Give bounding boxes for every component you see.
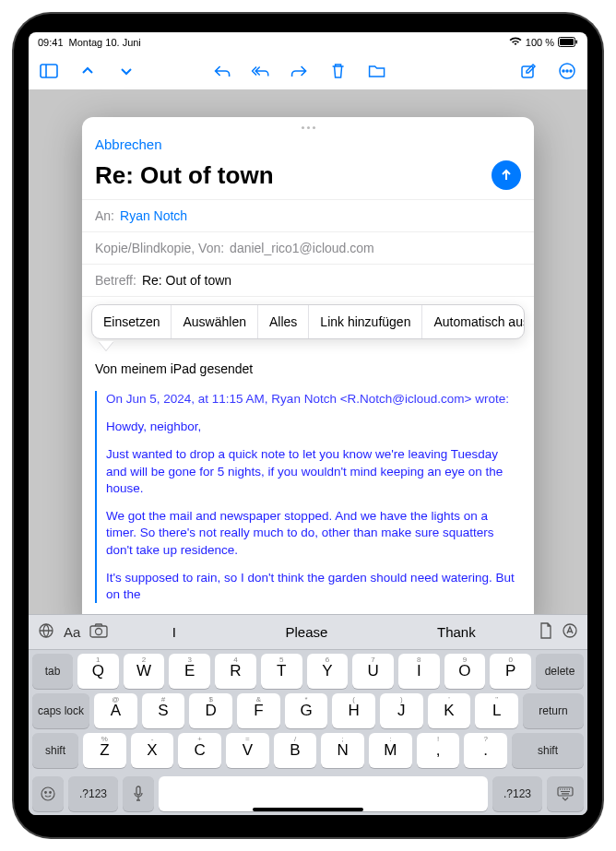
svg-rect-2 [576, 40, 578, 43]
send-button[interactable] [492, 160, 521, 190]
svg-point-12 [96, 629, 102, 635]
delete-key[interactable]: delete [536, 654, 584, 689]
key-i[interactable]: 8I [398, 654, 440, 689]
key-punct-7[interactable]: !, [417, 733, 460, 768]
folder-icon[interactable] [368, 62, 386, 80]
key-a[interactable]: @A [94, 693, 137, 728]
reply-all-icon[interactable] [252, 62, 270, 80]
to-label: An: [95, 208, 114, 223]
dismiss-keyboard-key[interactable] [547, 776, 584, 811]
key-c[interactable]: +C [178, 733, 221, 768]
key-g[interactable]: *G [285, 693, 328, 728]
to-recipient[interactable]: Ryan Notch [120, 208, 187, 223]
more-icon[interactable] [558, 62, 576, 80]
caps-lock-key[interactable]: caps lock [32, 693, 89, 728]
camera-icon[interactable] [89, 623, 108, 641]
ctx-paste[interactable]: Einsetzen [92, 305, 172, 338]
from-value: daniel_rico1@icloud.com [230, 241, 374, 255]
quote-line: Just wanted to drop a quick note to let … [106, 446, 521, 497]
to-field[interactable]: An: Ryan Notch [82, 199, 534, 231]
suggestion-3[interactable]: Thank [437, 624, 476, 640]
key-s[interactable]: #S [142, 693, 185, 728]
shift-right-key[interactable]: shift [512, 733, 584, 768]
onscreen-keyboard: Aa I Please Thank [29, 614, 587, 815]
quote-line: Howdy, neighbor, [106, 419, 521, 435]
sidebar-toggle-icon[interactable] [40, 62, 58, 80]
key-q[interactable]: 1Q [77, 654, 119, 689]
ccbcc-label: Kopie/Blindkopie, Von: [95, 241, 224, 255]
key-m[interactable]: :M [369, 733, 412, 768]
cancel-button[interactable]: Abbrechen [95, 136, 162, 152]
quote-line: We got the mail and newspaper stopped. A… [106, 508, 521, 559]
key-p[interactable]: 0P [490, 654, 531, 689]
ctx-autofill[interactable]: Automatisch ausfüllen [422, 305, 525, 338]
subject-field[interactable]: Betreff: Re: Out of town [82, 264, 534, 296]
key-t[interactable]: 5T [261, 654, 302, 689]
forward-icon[interactable] [290, 62, 309, 80]
shift-left-key[interactable]: shift [32, 733, 78, 768]
key-j[interactable]: )J [380, 693, 423, 728]
status-time: 09:41 [38, 37, 64, 48]
markup-icon[interactable] [562, 622, 578, 642]
numeric-key-right[interactable]: .?123 [492, 776, 542, 811]
status-date: Montag 10. Juni [69, 37, 141, 48]
key-n[interactable]: ;N [321, 733, 364, 768]
ccbcc-field[interactable]: Kopie/Blindkopie, Von: daniel_rico1@iclo… [82, 231, 534, 264]
suggestion-1[interactable]: I [172, 624, 176, 640]
quote-line: It's supposed to rain, so I don't think … [106, 570, 521, 603]
key-k[interactable]: 'K [428, 693, 471, 728]
svg-rect-5 [522, 66, 533, 77]
emoji-key[interactable] [32, 776, 64, 811]
format-text-icon[interactable]: Aa [64, 624, 80, 640]
subject-label: Betreff: [95, 273, 136, 288]
ctx-add-link[interactable]: Link hinzufügen [309, 305, 422, 338]
numeric-key-left[interactable]: .?123 [68, 776, 118, 811]
emoji-globe-icon[interactable] [38, 622, 54, 642]
key-b[interactable]: /B [274, 733, 317, 768]
key-e[interactable]: 3E [169, 654, 210, 689]
tab-key[interactable]: tab [32, 654, 73, 689]
trash-icon[interactable] [329, 62, 348, 80]
svg-rect-3 [41, 65, 57, 77]
home-indicator[interactable] [253, 808, 363, 811]
ctx-select-all[interactable]: Alles [258, 305, 309, 338]
compose-icon[interactable] [519, 62, 538, 80]
suggestion-2[interactable]: Please [285, 624, 327, 640]
key-l[interactable]: "L [475, 693, 518, 728]
svg-point-14 [41, 787, 54, 800]
chevron-up-icon[interactable] [78, 62, 97, 80]
svg-point-15 [45, 792, 47, 794]
key-x[interactable]: -X [131, 733, 174, 768]
svg-rect-17 [136, 786, 140, 795]
signature-text: Von meinem iPad gesendet [95, 361, 521, 376]
document-icon[interactable] [539, 622, 552, 642]
key-z[interactable]: %Z [83, 733, 126, 768]
reply-icon[interactable] [213, 62, 231, 80]
key-punct-8[interactable]: ?. [464, 733, 507, 768]
key-o[interactable]: 9O [444, 654, 486, 689]
battery-icon [558, 37, 578, 49]
compose-modal: Abbrechen Re: Out of town An: Ryan Notch… [82, 117, 534, 627]
battery-text: 100 % [526, 37, 554, 48]
key-u[interactable]: 7U [352, 654, 394, 689]
mail-toolbar [29, 53, 587, 89]
key-v[interactable]: =V [226, 733, 269, 768]
key-d[interactable]: $D [189, 693, 232, 728]
modal-drag-handle[interactable] [82, 123, 534, 131]
return-key[interactable]: return [523, 693, 584, 728]
compose-body[interactable]: Von meinem iPad gesendet On Jun 5, 2024,… [82, 356, 534, 627]
key-y[interactable]: 6Y [307, 654, 349, 689]
quoted-message: On Jun 5, 2024, at 11:15 AM, Ryan Notch … [95, 391, 521, 603]
key-w[interactable]: 2W [124, 654, 165, 689]
status-bar: 09:41 Montag 10. Juni 100 % [29, 32, 587, 53]
key-f[interactable]: &F [237, 693, 280, 728]
svg-point-7 [563, 70, 564, 72]
key-h[interactable]: (H [332, 693, 375, 728]
svg-rect-11 [90, 626, 107, 637]
dictation-key[interactable] [123, 776, 154, 811]
chevron-down-icon[interactable] [117, 62, 136, 80]
spacebar-key[interactable] [159, 776, 488, 811]
key-r[interactable]: 4R [215, 654, 256, 689]
ctx-select[interactable]: Auswählen [172, 305, 258, 338]
subject-value: Re: Out of town [142, 273, 231, 288]
